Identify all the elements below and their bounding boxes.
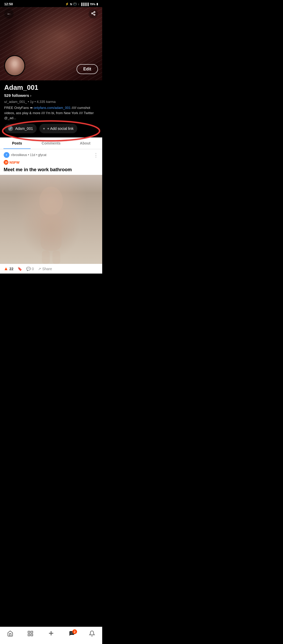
upvote-button[interactable]: ▲ 22	[4, 266, 13, 271]
post-subreddit: r/broslikeus	[11, 153, 27, 157]
post-more-button[interactable]: ⋮	[93, 152, 99, 158]
post-header: r r/broslikeus • 11d • gfycat ⋮	[0, 149, 102, 160]
add-social-link-button[interactable]: + + Add social link	[39, 124, 77, 133]
svg-rect-9	[52, 251, 60, 264]
signal-icon: ↑	[78, 3, 79, 6]
profile-username: Adam_001	[4, 84, 98, 92]
social-chip-profile[interactable]: 🔗 Adam_001	[4, 124, 37, 133]
avatar-image	[5, 56, 24, 75]
tabs-bar: Posts Comments About	[0, 137, 102, 149]
post-actions: ▲ 22 🔖 💬 0 ↗ Share	[0, 264, 102, 274]
vibrate-icon: 📳	[73, 2, 77, 6]
profile-section: Adam_001 529 followers › u/_adam_001_ • …	[0, 80, 102, 133]
followers-chevron-icon: ›	[30, 93, 31, 98]
svg-line-4	[92, 12, 94, 13]
back-button[interactable]: ←	[4, 9, 14, 19]
back-icon: ←	[7, 11, 11, 17]
share-post-icon: ↗	[38, 267, 41, 271]
upvote-arrow-icon: ▲	[4, 266, 8, 271]
post-age: 11d	[30, 153, 35, 157]
nsfw-badge: 18 NSFW	[0, 160, 23, 166]
cover-nav: ←	[0, 7, 102, 21]
social-links-row: 🔗 Adam_001 + + Add social link	[4, 124, 98, 133]
share-button[interactable]	[89, 9, 98, 19]
post-title[interactable]: Meet me in the work bathroom	[0, 166, 102, 175]
share-icon	[91, 11, 96, 17]
share-post-button[interactable]: ↗ Share	[38, 267, 52, 271]
user-meta: u/_adam_001_ • 1y • 4,335 karma	[4, 100, 98, 104]
subreddit-initial: r	[6, 153, 7, 156]
social-chip-label: Adam_001	[15, 126, 33, 131]
post-meta-text: r/broslikeus • 11d • gfycat	[11, 153, 46, 157]
svg-point-6	[39, 187, 63, 215]
status-time: 12:50	[4, 2, 13, 6]
profile-info: Adam_001 529 followers › u/_adam_001_ • …	[0, 80, 102, 133]
bookmark-icon: 🔖	[18, 267, 22, 271]
status-icons: ⚡ Ν 📳 ↑ ▐▐▐▐ 79% ▮	[65, 2, 98, 6]
post-image-figure	[25, 180, 77, 264]
profile-link-icon: 🔗	[8, 126, 13, 131]
bluetooth-icon: ⚡	[65, 2, 69, 6]
post-image[interactable]	[0, 175, 102, 264]
followers-row[interactable]: 529 followers ›	[4, 93, 98, 98]
tab-comments[interactable]: Comments	[34, 137, 68, 149]
edit-button[interactable]: Edit	[77, 64, 98, 74]
nsfw-label: NSFW	[9, 160, 19, 164]
comment-icon: 💬	[26, 267, 31, 271]
post-meta: r r/broslikeus • 11d • gfycat	[4, 152, 46, 158]
cover-image: ← Edit	[0, 7, 102, 80]
tab-posts-label: Posts	[12, 141, 22, 145]
post-source: gfycat	[38, 153, 46, 157]
tab-about-label: About	[80, 141, 90, 145]
battery-icon: ▮	[96, 2, 98, 6]
bookmark-button[interactable]: 🔖	[18, 267, 22, 271]
status-bar: 12:50 ⚡ Ν 📳 ↑ ▐▐▐▐ 79% ▮	[0, 0, 102, 7]
svg-rect-8	[42, 251, 50, 264]
battery-text: 79%	[90, 3, 95, 6]
comment-count: 0	[32, 267, 34, 271]
nfc-icon: Ν	[70, 3, 72, 6]
tab-comments-label: Comments	[42, 141, 61, 145]
nsfw-number: 18	[4, 161, 7, 164]
comment-button[interactable]: 💬 0	[26, 267, 34, 271]
svg-line-3	[92, 14, 94, 14]
avatar	[4, 55, 25, 76]
upvote-count: 22	[9, 267, 14, 271]
add-social-label: + Add social link	[47, 126, 74, 131]
share-label: Share	[42, 267, 52, 271]
add-social-icon: +	[43, 126, 45, 131]
bio-link[interactable]: onlyfans.com/adam_001	[34, 106, 71, 110]
followers-count: 529 followers	[4, 93, 29, 98]
tab-posts[interactable]: Posts	[0, 137, 34, 149]
svg-rect-7	[41, 214, 62, 251]
tab-about[interactable]: About	[68, 137, 102, 149]
nsfw-circle: 18	[4, 160, 8, 165]
bio-text: FREE OnlyFans ➡ onlyfans.com/adam_001 //…	[4, 105, 98, 121]
subreddit-icon: r	[4, 152, 9, 158]
post-card: r r/broslikeus • 11d • gfycat ⋮ 18 NSFW …	[0, 149, 102, 274]
network-icon: ▐▐▐▐	[80, 3, 89, 6]
